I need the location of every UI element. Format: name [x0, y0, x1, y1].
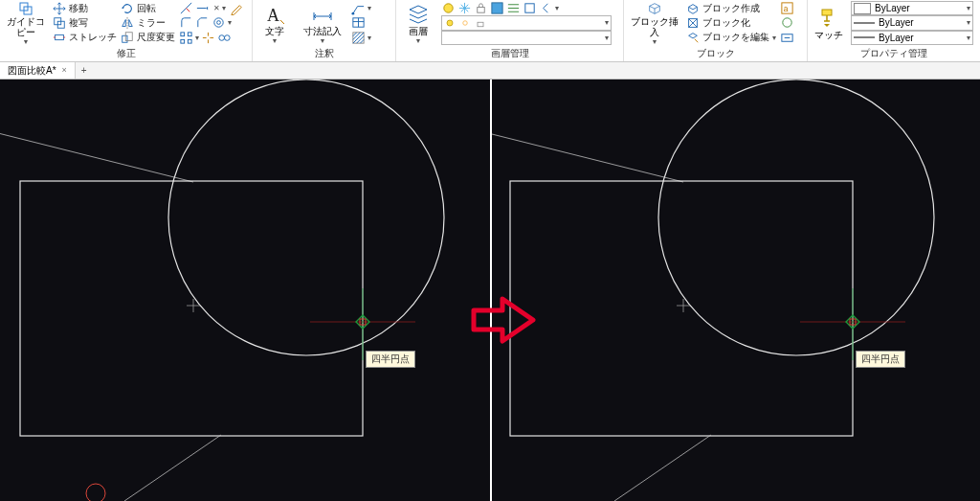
snap-tooltip-text: 四半円点	[861, 353, 900, 364]
copy-icon	[53, 16, 66, 30]
ribbon-group-layer: 画層 ▼ ▾ ▾	[396, 0, 624, 61]
svg-rect-21	[492, 3, 502, 13]
copy-button[interactable]: 複写	[53, 15, 117, 30]
layer-combo-2[interactable]: ▾	[441, 31, 612, 46]
chevron-down-icon: ▾	[602, 34, 609, 42]
svg-rect-22	[525, 4, 534, 12]
group-title: プロパティ管理	[811, 45, 977, 61]
layer-freeze-icon[interactable]	[457, 1, 472, 15]
rotate-button[interactable]: 回転	[121, 1, 175, 15]
layer-lock-icon[interactable]	[474, 1, 488, 15]
delete-dropdown-icon[interactable]: ✕ ▾	[212, 4, 228, 12]
svg-point-16	[351, 12, 354, 15]
chevron-down-icon: ▾	[602, 18, 609, 27]
new-tab-button[interactable]: +	[76, 65, 93, 76]
hatch-icon[interactable]	[351, 31, 366, 45]
guide-copy-label: ガイドコピー	[3, 16, 49, 37]
guide-copy-button[interactable]: ガイドコピー ▼	[3, 1, 49, 45]
layer-color-icon[interactable]	[490, 1, 504, 15]
block-edit-button[interactable]: ブロックを編集 ▾	[686, 31, 776, 45]
sun-icon	[459, 17, 471, 29]
bulb-icon	[444, 17, 456, 29]
scale-label: 尺度変更	[137, 31, 175, 44]
group-title: 画層管理	[399, 45, 620, 61]
block-insert-button[interactable]: ブロック挿入 ▼	[627, 1, 682, 45]
document-tab[interactable]: 図面比較A* ×	[0, 62, 76, 79]
svg-rect-48	[490, 80, 980, 501]
svg-point-41	[168, 80, 444, 355]
extend-icon[interactable]	[195, 1, 210, 15]
rotate-label: 回転	[137, 2, 156, 15]
svg-rect-4	[56, 35, 64, 40]
offset-icon[interactable]	[212, 15, 226, 30]
lock-icon	[475, 17, 486, 29]
chevron-down-icon[interactable]: ▾	[195, 34, 199, 42]
chevron-down-icon: ▾	[964, 18, 970, 27]
chevron-down-icon[interactable]: ▾	[368, 4, 371, 12]
layer-match-icon[interactable]	[506, 1, 521, 15]
document-tabbar: 図面比較A* × +	[0, 62, 980, 80]
drawing-canvas[interactable]: 四半円点 四半円点	[0, 80, 980, 501]
svg-line-52	[614, 435, 711, 501]
trim-icon[interactable]	[179, 1, 193, 15]
edit-pencil-icon[interactable]	[230, 1, 244, 15]
svg-text:a: a	[784, 4, 789, 13]
array-icon[interactable]	[179, 31, 193, 45]
block-make-button[interactable]: ブロック化	[686, 15, 776, 30]
layer-off-icon[interactable]	[441, 1, 456, 15]
attr-sync-icon[interactable]	[780, 15, 794, 30]
stretch-label: ストレッチ	[69, 31, 117, 44]
text-button[interactable]: A 文字 ▼	[256, 1, 294, 45]
join-icon[interactable]	[217, 31, 232, 45]
match-props-button[interactable]: マッチ	[811, 1, 847, 45]
layer-prev-icon[interactable]	[539, 1, 553, 15]
attribute-icon[interactable]: a	[780, 1, 794, 15]
scale-button[interactable]: 尺度変更	[121, 31, 175, 45]
linetype-combo[interactable]: ByLayer ▾	[851, 31, 973, 45]
move-button[interactable]: 移動	[53, 1, 117, 15]
close-icon[interactable]: ×	[62, 62, 67, 79]
chevron-down-icon[interactable]: ▾	[555, 4, 559, 12]
table-icon[interactable]	[351, 15, 366, 30]
svg-rect-30	[822, 10, 832, 15]
chevron-down-icon: ▾	[964, 4, 970, 12]
lineweight-combo[interactable]: ByLayer ▾	[851, 15, 973, 30]
attr-edit-icon[interactable]	[780, 31, 794, 45]
block-create-button[interactable]: ブロック作成	[686, 1, 776, 15]
chevron-down-icon[interactable]: ▾	[368, 34, 371, 42]
svg-line-37	[0, 131, 193, 182]
svg-rect-10	[188, 33, 191, 36]
layers-label: 画層	[409, 26, 428, 36]
compare-divider[interactable]	[490, 80, 492, 501]
stretch-icon	[53, 31, 66, 44]
lineweight-combo-value: ByLayer	[879, 17, 960, 28]
snap-tooltip: 四半円点	[366, 351, 415, 368]
move-icon	[53, 2, 66, 15]
line-sample-icon	[854, 18, 875, 28]
block-make-icon	[686, 16, 700, 30]
layer-combo[interactable]: ▾	[441, 15, 612, 31]
svg-point-51	[658, 80, 934, 355]
group-title: 注釈	[256, 45, 392, 61]
chevron-down-icon[interactable]: ▾	[228, 18, 232, 27]
layers-button[interactable]: 画層 ▼	[399, 1, 437, 45]
svg-line-42	[124, 435, 221, 501]
svg-rect-6	[125, 33, 132, 41]
scale-icon	[121, 31, 134, 44]
chevron-down-icon: ▼	[272, 37, 278, 44]
compare-right-pane: 四半円点	[490, 80, 980, 501]
chamfer-icon[interactable]	[195, 15, 210, 30]
snap-tooltip-text: 四半円点	[371, 353, 410, 364]
mirror-button[interactable]: ミラー	[121, 15, 175, 30]
block-edit-label: ブロックを編集	[702, 31, 769, 44]
dimension-button[interactable]: 寸法記入 ▼	[298, 1, 347, 45]
layer-iso-icon[interactable]	[523, 1, 537, 15]
color-combo[interactable]: ByLayer ▾	[851, 1, 973, 15]
leader-icon[interactable]	[351, 1, 366, 15]
explode-icon[interactable]	[201, 31, 215, 45]
group-title: ブロック	[627, 45, 804, 61]
ribbon-group-annotate: A 文字 ▼ 寸法記入 ▼ ▾ ▾	[253, 0, 396, 61]
right-drawing	[490, 80, 980, 501]
fillet-icon[interactable]	[179, 15, 193, 30]
stretch-button[interactable]: ストレッチ	[53, 31, 117, 45]
